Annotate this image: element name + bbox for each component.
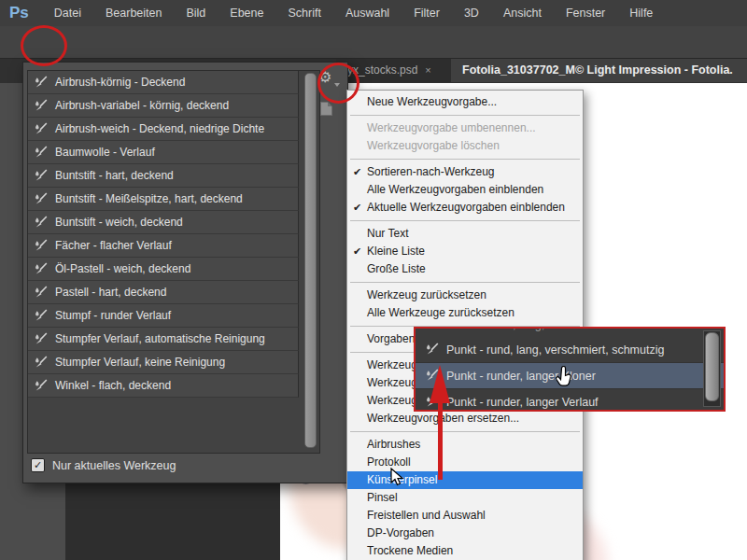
preset-list-item[interactable]: Stumpf - runder Verlauf: [28, 304, 299, 328]
flyout-menu-item[interactable]: Nur Text: [347, 225, 583, 243]
menu-item-3d[interactable]: 3D: [452, 0, 491, 26]
menu-item-bearbeiten[interactable]: Bearbeiten: [93, 0, 174, 26]
menu-item-schrift[interactable]: Schrift: [275, 0, 332, 26]
preset-label: Buntstift - Meißelspitze, hart, deckend: [55, 192, 243, 205]
preset-label: Airbrush-variabel - körnig, deckend: [55, 99, 229, 112]
submenu-scrollbar-track[interactable]: [703, 330, 721, 407]
submenu-item[interactable]: Punkt - runder, langer Verlauf: [416, 389, 724, 412]
menu-separator: [350, 282, 580, 283]
brush-preset-icon: [34, 332, 48, 346]
preset-list-item[interactable]: Airbrush-variabel - körnig, deckend: [28, 94, 299, 118]
tool-preset-list: Airbrush-körnig - DeckendAirbrush-variab…: [27, 70, 320, 454]
menu-item-label: Trockene Medien: [367, 542, 453, 560]
submenu-item-label: Punkt - rund, lang, verschmiert, schmutz…: [446, 343, 664, 357]
check-spacer: [347, 525, 367, 542]
menu-item-auswahl[interactable]: Auswahl: [333, 0, 402, 26]
menu-item-filter[interactable]: Filter: [402, 0, 452, 26]
brush-preset-icon: [425, 343, 439, 357]
flyout-menu-item[interactable]: ✔Kleine Liste: [347, 243, 583, 260]
flyout-menu-item[interactable]: Werkzeug zurücksetzen: [347, 287, 583, 304]
menu-item-label: DP-Vorgaben: [367, 525, 434, 542]
preset-list-item[interactable]: Fächer - flacher Verlauf: [28, 234, 299, 258]
preset-list-item[interactable]: Airbrush-weich - Deckend, niedrige Dicht…: [28, 118, 299, 141]
brush-preset-icon: [34, 192, 48, 206]
brush-preset-icon: [34, 76, 48, 90]
preset-list-item[interactable]: Stumpfer Verlauf, automatische Reinigung: [28, 328, 299, 351]
menu-item-bild[interactable]: Bild: [174, 0, 218, 26]
preset-list-item[interactable]: Winkel - flach, deckend: [28, 374, 299, 398]
preset-list-item[interactable]: Stumpfer Verlauf, keine Reinigung: [28, 351, 299, 374]
check-spacer: [347, 392, 367, 410]
flyout-menu-item[interactable]: DP-Vorgaben: [347, 525, 583, 542]
preset-list-item[interactable]: Airbrush-körnig - Deckend: [28, 71, 299, 94]
flyout-menu-item: Werkzeugvorgabe umbenennen...: [347, 119, 583, 137]
current-tool-only-option[interactable]: ✓ Nur aktuelles Werkzeug: [31, 458, 176, 472]
menu-item-ansicht[interactable]: Ansicht: [491, 0, 554, 26]
menu-item-datei[interactable]: Datei: [42, 0, 93, 26]
preset-list-scrollbar[interactable]: [304, 73, 317, 448]
menu-separator: [350, 431, 580, 432]
brush-preset-icon: [34, 286, 48, 300]
preset-label: Baumwolle - Verlauf: [55, 146, 155, 159]
preset-label: Stumpf - runder Verlauf: [55, 309, 171, 322]
flyout-menu-item[interactable]: Trockene Medien: [347, 542, 583, 560]
flyout-menu-item[interactable]: Alle Werkzeugvorgaben einblenden: [347, 181, 583, 199]
check-spacer: [347, 410, 367, 427]
preset-label: Öl-Pastell - weich, deckend: [55, 262, 190, 275]
tab-label: Fotolia_31037702_M© Light Impression - F…: [462, 63, 733, 77]
new-preset-icon[interactable]: [320, 102, 332, 116]
menu-item-label: Alle Werkzeugvorgaben einblenden: [367, 181, 543, 199]
check-spacer: [347, 260, 367, 278]
menu-item-label: Werkzeug zurücksetzen: [367, 287, 486, 304]
flyout-menu-item[interactable]: ✔Aktuelle Werkzeugvorgaben einblenden: [347, 199, 583, 217]
preset-list-item[interactable]: Baumwolle - Verlauf: [28, 141, 299, 164]
preset-label: Airbrush-weich - Deckend, niedrige Dicht…: [55, 122, 264, 135]
tab-active-document[interactable]: Fotolia_31037702_M© Light Impression - F…: [451, 58, 747, 82]
brush-preset-icon: [34, 99, 48, 113]
preset-label: Stumpfer Verlauf, automatische Reinigung: [55, 332, 265, 345]
menu-item-hilfe[interactable]: Hilfe: [617, 0, 665, 26]
menu-item-label: Große Liste: [367, 260, 426, 278]
check-spacer: [347, 287, 367, 304]
preset-label: Pastell - hart, deckend: [55, 286, 166, 299]
close-icon[interactable]: ×: [425, 64, 430, 76]
flyout-menu-item[interactable]: Künstlerpinsel: [347, 471, 583, 489]
check-spacer: [347, 119, 367, 137]
preset-list-item[interactable]: Buntstift - hart, deckend: [28, 164, 299, 188]
checkbox-checked[interactable]: ✓: [31, 458, 45, 472]
check-spacer: [347, 471, 367, 489]
tool-preset-panel: Airbrush-körnig - DeckendAirbrush-variab…: [22, 62, 348, 483]
submenu-item[interactable]: Punkt - rund, lang, verschmiert, schmutz…: [416, 337, 724, 363]
preset-list-item[interactable]: Pastell - hart, deckend: [28, 281, 299, 304]
menu-item-label: Werkzeugvorgaben ersetzen...: [367, 410, 519, 427]
brush-preset-icon: [34, 122, 48, 136]
check-spacer: [347, 330, 367, 348]
preset-list-item[interactable]: Öl-Pastell - weich, deckend: [28, 258, 299, 281]
preset-list-item[interactable]: Buntstift - weich, deckend: [28, 211, 299, 234]
flyout-menu-item[interactable]: ✔Sortieren-nach-Werkzeug: [347, 163, 583, 181]
brush-preset-icon: [34, 356, 48, 370]
menu-item-label: Nur Text: [367, 225, 408, 243]
check-icon: ✔: [347, 199, 367, 217]
flyout-menu-item[interactable]: Neue Werkzeugvorgabe...: [347, 93, 583, 111]
flyout-menu-item[interactable]: Alle Werkzeuge zurücksetzen: [347, 304, 583, 322]
flyout-menu-item[interactable]: Protokoll: [347, 454, 583, 471]
submenu-item-clipped[interactable]: Punkt - rund, lang, verschmiert: [416, 329, 724, 337]
preset-label: Fächer - flacher Verlauf: [55, 239, 172, 252]
menu-item-label: Werkzeugvorgabe löschen: [367, 137, 500, 155]
submenu-item-label: Punkt - runder, langer Verlauf: [446, 396, 599, 409]
flyout-menu-item[interactable]: Freistellen und Auswahl: [347, 507, 583, 525]
arrow-cursor: [390, 468, 407, 488]
flyout-menu-item[interactable]: Werkzeugvorgaben ersetzen...: [347, 410, 583, 427]
menu-item-fenster[interactable]: Fenster: [554, 0, 617, 26]
check-spacer: [347, 357, 367, 374]
preset-list-item[interactable]: Buntstift - Meißelspitze, hart, deckend: [28, 188, 299, 211]
flyout-menu-item[interactable]: Airbrushes: [347, 436, 583, 454]
menu-item-ebene[interactable]: Ebene: [218, 0, 275, 26]
menu-separator: [350, 159, 580, 160]
submenu-scrollbar-thumb[interactable]: [705, 332, 719, 401]
check-spacer: [347, 454, 367, 471]
flyout-menu-item[interactable]: Große Liste: [347, 260, 583, 278]
flyout-menu-item[interactable]: Pinsel: [347, 489, 583, 507]
brush-preset-icon: [34, 239, 48, 253]
